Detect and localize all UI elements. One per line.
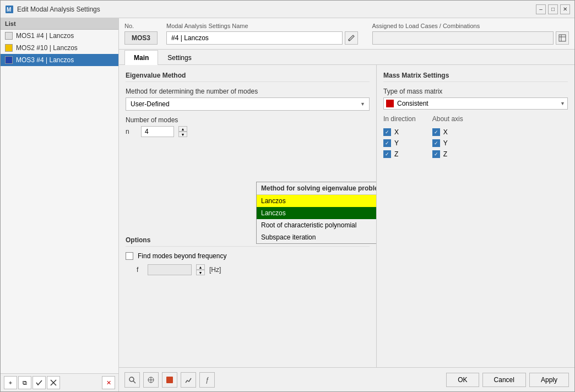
sidebar-item-mos2[interactable]: MOS2 #10 | Lanczos <box>1 42 118 54</box>
axis-y-checkbox[interactable] <box>432 139 440 147</box>
uncheck-button[interactable] <box>47 376 60 389</box>
frequency-increment[interactable]: ▲ <box>196 264 205 270</box>
axis-y-label: Y <box>443 139 448 147</box>
footer: ƒ OK Cancel Apply <box>119 367 574 391</box>
svg-point-11 <box>129 377 134 382</box>
tab-main[interactable]: Main <box>124 50 158 65</box>
frequency-input[interactable] <box>148 264 192 275</box>
modes-form-row: Number of modes n ▲ ▼ <box>126 116 370 137</box>
about-axis-col: About axis X Y <box>432 115 463 158</box>
tab-settings[interactable]: Settings <box>158 50 200 65</box>
frequency-decrement[interactable]: ▼ <box>196 270 205 275</box>
window-title: Edit Modal Analysis Settings <box>17 6 536 13</box>
sidebar-item-mos3[interactable]: MOS3 #4 | Lanczos <box>1 54 118 66</box>
method-select[interactable]: User-Defined Automatic <box>126 97 370 111</box>
svg-line-12 <box>133 381 135 383</box>
sidebar-item-mos1-label: MOS1 #4 | Lanczos <box>16 32 74 40</box>
mass-matrix-title: Mass Matrix Settings <box>383 72 568 82</box>
dropdown-item-lanczos[interactable]: Lanczos <box>257 207 376 219</box>
coords-button[interactable] <box>143 372 159 388</box>
in-direction-col: In direction X Y <box>383 115 416 158</box>
mass-matrix-section: Mass Matrix Settings Type of mass matrix… <box>383 72 568 158</box>
copy-button[interactable]: ⧉ <box>18 376 31 389</box>
in-direction-label: In direction <box>383 115 416 123</box>
content-wrapper: Eigenvalue Method Method for determining… <box>126 72 370 367</box>
palette-button[interactable] <box>162 372 177 388</box>
formula-button[interactable]: ƒ <box>199 372 215 388</box>
direction-z-label: Z <box>394 150 398 158</box>
mass-type-color <box>386 100 394 107</box>
add-button[interactable]: + <box>4 376 17 389</box>
sidebar-list: MOS1 #4 | Lanczos MOS2 #10 | Lanczos MOS… <box>1 30 118 373</box>
modes-input[interactable] <box>141 126 174 137</box>
right-content: Mass Matrix Settings Type of mass matrix… <box>376 65 574 367</box>
svg-rect-16 <box>166 377 173 383</box>
dropdown-selected-value: Lanczos <box>261 197 286 205</box>
direction-x-checkbox[interactable] <box>383 128 391 136</box>
app-icon: M <box>5 5 14 14</box>
sidebar: List MOS1 #4 | Lanczos MOS2 #10 | Lanczo… <box>1 18 119 391</box>
assigned-input-wrapper <box>372 31 569 45</box>
cancel-button[interactable]: Cancel <box>482 373 526 387</box>
modes-increment[interactable]: ▲ <box>178 126 187 132</box>
axis-z-row: Z <box>432 150 463 158</box>
mos3-color-swatch <box>5 56 13 64</box>
direction-x-row: X <box>383 128 416 136</box>
close-button[interactable]: ✕ <box>560 4 570 14</box>
ok-button[interactable]: OK <box>446 373 479 387</box>
axis-x-label: X <box>443 128 448 136</box>
main-content: List MOS1 #4 | Lanczos MOS2 #10 | Lanczo… <box>1 18 574 391</box>
dropdown-item-root[interactable]: Root of characteristic polynomial <box>257 219 376 231</box>
axis-x-row: X <box>432 128 463 136</box>
modes-input-group: n ▲ ▼ <box>126 126 370 137</box>
find-modes-checkbox[interactable] <box>126 252 133 260</box>
mos2-color-swatch <box>5 44 13 52</box>
dropdown-selected-row[interactable]: Lanczos ▼ <box>257 195 376 207</box>
check-button[interactable] <box>32 376 46 389</box>
axis-z-checkbox[interactable] <box>432 150 440 158</box>
method-form-row: Method for determining the number of mod… <box>126 88 370 111</box>
main-window: M Edit Modal Analysis Settings – □ ✕ Lis… <box>0 0 575 392</box>
direction-y-row: Y <box>383 139 416 147</box>
sidebar-actions: + ⧉ ✕ <box>1 373 118 391</box>
direction-z-checkbox[interactable] <box>383 150 391 158</box>
find-modes-row: Find modes beyond frequency <box>126 252 370 260</box>
name-input[interactable] <box>166 31 343 45</box>
eigenvalue-section-title: Eigenvalue Method <box>126 72 370 82</box>
assigned-input[interactable] <box>372 31 554 45</box>
delete-button[interactable]: ✕ <box>102 376 115 389</box>
mass-type-label: Type of mass matrix <box>383 88 568 95</box>
name-edit-button[interactable] <box>345 31 358 45</box>
apply-button[interactable]: Apply <box>529 373 569 387</box>
axis-x-checkbox[interactable] <box>432 128 440 136</box>
dropdown-item-subspace[interactable]: Subspace iteration <box>257 231 376 243</box>
no-value: MOS3 <box>124 31 158 45</box>
name-group: Modal Analysis Settings Name <box>166 23 364 45</box>
sidebar-item-mos2-label: MOS2 #10 | Lanczos <box>16 44 78 52</box>
maximize-button[interactable]: □ <box>548 4 558 14</box>
footer-left: ƒ <box>124 372 215 388</box>
direction-y-checkbox[interactable] <box>383 139 391 147</box>
search-button[interactable] <box>124 372 140 388</box>
sidebar-item-mos1[interactable]: MOS1 #4 | Lanczos <box>1 30 118 42</box>
graph-button[interactable] <box>181 372 196 388</box>
title-bar: M Edit Modal Analysis Settings – □ ✕ <box>1 1 574 18</box>
sidebar-header: List <box>1 18 118 30</box>
direction-grid: In direction X Y <box>383 115 568 158</box>
direction-x-label: X <box>394 128 399 136</box>
mass-type-select-wrapper[interactable]: Consistent ▼ <box>383 97 568 110</box>
assigned-table-button[interactable] <box>556 31 569 45</box>
mos1-color-swatch <box>5 32 13 40</box>
direction-z-row: Z <box>383 150 416 158</box>
right-panel: No. MOS3 Modal Analysis Settings Name As <box>119 18 574 391</box>
about-axis-label: About axis <box>432 115 463 123</box>
minimize-button[interactable]: – <box>536 4 546 14</box>
axis-z-label: Z <box>443 150 447 158</box>
name-input-wrapper <box>166 31 364 45</box>
modes-n-label: n <box>126 128 137 135</box>
name-label: Modal Analysis Settings Name <box>166 23 364 29</box>
modes-label: Number of modes <box>126 116 370 124</box>
frequency-row: f ▲ ▼ [Hz] <box>137 264 370 275</box>
method-select-wrapper: User-Defined Automatic <box>126 97 370 111</box>
modes-decrement[interactable]: ▼ <box>178 132 187 137</box>
